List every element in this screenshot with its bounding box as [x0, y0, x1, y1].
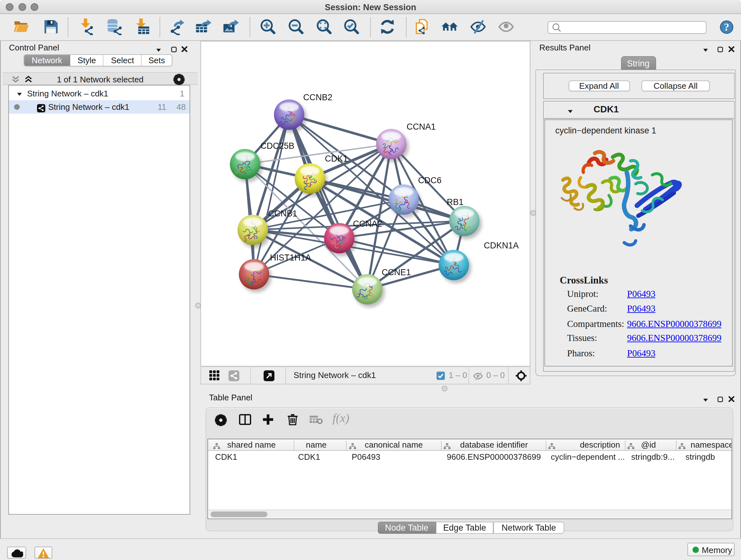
svg-text:?: ? [724, 21, 729, 33]
svg-text:RB1: RB1 [447, 197, 464, 207]
svg-text:CCNA2: CCNA2 [353, 219, 382, 229]
svg-text:HIST1H1A: HIST1H1A [270, 253, 311, 262]
svg-text:CCNB1: CCNB1 [268, 209, 297, 219]
svg-text:CCNB2: CCNB2 [303, 92, 333, 102]
svg-text:CCNE1: CCNE1 [382, 267, 411, 277]
svg-text:CDC25B: CDC25B [260, 141, 294, 151]
svg-text:CDC6: CDC6 [418, 176, 442, 185]
svg-text:CDKN1A: CDKN1A [484, 241, 519, 250]
svg-text:CDK1: CDK1 [325, 154, 348, 164]
svg-text:CCNA1: CCNA1 [407, 122, 436, 132]
